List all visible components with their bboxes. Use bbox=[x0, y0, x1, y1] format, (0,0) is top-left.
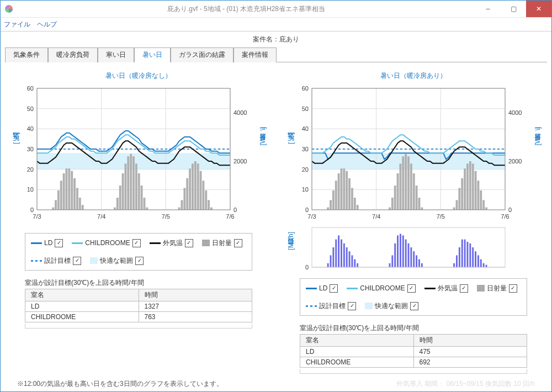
content: 暑い日（暖冷房なし） 01020304050600200040007/37/47… bbox=[1, 62, 551, 391]
svg-text:0: 0 bbox=[508, 206, 512, 213]
svg-rect-140 bbox=[343, 243, 345, 267]
svg-rect-170 bbox=[483, 263, 485, 267]
svg-rect-35 bbox=[76, 188, 78, 210]
checkbox[interactable]: ✓ bbox=[73, 257, 81, 265]
svg-text:0: 0 bbox=[233, 206, 237, 213]
svg-rect-137 bbox=[335, 240, 337, 267]
tab-3[interactable]: 暑い日 bbox=[134, 47, 171, 62]
svg-rect-149 bbox=[397, 235, 399, 267]
svg-rect-126 bbox=[477, 181, 479, 210]
svg-rect-31 bbox=[66, 168, 68, 210]
svg-rect-171 bbox=[486, 265, 487, 267]
svg-text:4000: 4000 bbox=[508, 109, 522, 116]
footer-vent: 外気導入 期間： 06/15~09/15 換気回数 10 回/h bbox=[396, 379, 535, 389]
svg-rect-61 bbox=[205, 190, 207, 210]
menu-help[interactable]: ヘルプ bbox=[37, 20, 57, 29]
svg-rect-27 bbox=[55, 200, 57, 210]
legend-left: LD ✓CHILDROOME ✓外気温 ✓日射量 ✓設計目標 ✓快適な範囲 ✓ bbox=[25, 233, 252, 271]
svg-rect-26 bbox=[52, 208, 54, 210]
checkbox[interactable]: ✓ bbox=[185, 239, 193, 247]
svg-rect-136 bbox=[332, 247, 334, 267]
table-left: 室名時間LD1327CHILDROOME763 bbox=[25, 289, 252, 322]
menu-file[interactable]: ファイル bbox=[4, 20, 30, 29]
svg-rect-32 bbox=[68, 168, 70, 210]
checkbox[interactable]: ✓ bbox=[132, 239, 141, 247]
minimize-button[interactable]: – bbox=[475, 1, 501, 17]
svg-text:60: 60 bbox=[302, 85, 309, 92]
svg-rect-167 bbox=[475, 251, 476, 267]
svg-rect-94 bbox=[332, 190, 335, 210]
tab-bar: 気象条件暖冷房負荷寒い日暑い日ガラス面の結露案件情報 bbox=[5, 47, 547, 62]
svg-rect-42 bbox=[124, 163, 126, 210]
svg-text:10: 10 bbox=[27, 186, 34, 193]
svg-rect-97 bbox=[341, 168, 343, 210]
svg-rect-29 bbox=[60, 181, 62, 210]
svg-rect-63 bbox=[210, 208, 213, 210]
svg-rect-118 bbox=[456, 200, 458, 210]
svg-text:7/3: 7/3 bbox=[307, 213, 316, 220]
tab-0[interactable]: 気象条件 bbox=[5, 47, 48, 62]
svg-rect-44 bbox=[130, 154, 132, 210]
svg-rect-37 bbox=[82, 205, 84, 210]
svg-rect-163 bbox=[464, 240, 466, 267]
svg-text:4000: 4000 bbox=[233, 109, 247, 116]
svg-rect-53 bbox=[183, 188, 185, 210]
app-icon bbox=[5, 5, 13, 13]
checkbox[interactable]: ✓ bbox=[348, 302, 356, 310]
checkbox[interactable]: ✓ bbox=[330, 284, 338, 293]
svg-text:7/4: 7/4 bbox=[372, 213, 380, 220]
close-button[interactable]: ✕ bbox=[526, 1, 551, 17]
svg-rect-153 bbox=[408, 243, 410, 267]
table-left-scroll[interactable] bbox=[25, 324, 252, 329]
svg-rect-52 bbox=[181, 200, 183, 210]
svg-rect-112 bbox=[410, 163, 412, 210]
checkbox[interactable]: ✓ bbox=[135, 257, 144, 265]
svg-rect-121 bbox=[464, 168, 466, 210]
app-window: 庇あり.gvf - 5地域 - (01) 木造充填H28省エネ基準相当 – ▢ … bbox=[0, 0, 552, 392]
chart-right: 01020304050600200040007/37/47/57/6気温[℃]日… bbox=[284, 83, 543, 224]
svg-rect-105 bbox=[391, 198, 394, 210]
svg-rect-145 bbox=[357, 263, 358, 267]
svg-rect-36 bbox=[79, 198, 81, 210]
load-chart: 0負荷[MJ/h] bbox=[284, 225, 543, 269]
svg-rect-143 bbox=[351, 255, 353, 267]
checkbox[interactable]: ✓ bbox=[234, 239, 242, 247]
svg-text:60: 60 bbox=[27, 85, 34, 92]
maximize-button[interactable]: ▢ bbox=[501, 1, 526, 17]
checkbox[interactable]: ✓ bbox=[410, 302, 418, 310]
svg-rect-110 bbox=[405, 154, 407, 210]
svg-rect-169 bbox=[480, 259, 482, 267]
chart-left: 01020304050600200040007/37/47/57/6気温[℃]日… bbox=[9, 83, 268, 224]
svg-rect-154 bbox=[410, 247, 412, 267]
svg-rect-54 bbox=[186, 178, 188, 210]
svg-rect-34 bbox=[73, 178, 76, 210]
svg-rect-134 bbox=[327, 263, 329, 267]
checkbox[interactable]: ✓ bbox=[407, 284, 416, 293]
tab-5[interactable]: 案件情報 bbox=[233, 47, 277, 62]
table-caption-left: 室温が設計目標(30℃)を上回る時間/年間 bbox=[25, 278, 252, 288]
table-right: 室名時間LD475CHILDROOME692 bbox=[300, 334, 527, 368]
svg-rect-155 bbox=[413, 251, 415, 267]
checkbox[interactable]: ✓ bbox=[55, 239, 63, 247]
svg-rect-47 bbox=[138, 173, 140, 210]
svg-rect-104 bbox=[389, 208, 391, 210]
footer-note: ※12:00の気温が最も高い日を含む3日間のグラフを表示しています。 bbox=[17, 379, 223, 389]
svg-rect-124 bbox=[472, 163, 474, 210]
svg-rect-50 bbox=[146, 208, 148, 210]
svg-rect-128 bbox=[482, 200, 485, 210]
svg-text:0: 0 bbox=[305, 206, 309, 213]
legend-right: LD ✓CHILDROOME ✓外気温 ✓日射量 ✓設計目標 ✓快適な範囲 ✓ bbox=[300, 278, 527, 316]
table-right-scroll[interactable] bbox=[300, 369, 527, 374]
svg-rect-138 bbox=[338, 235, 339, 267]
svg-rect-51 bbox=[178, 208, 181, 210]
checkbox[interactable]: ✓ bbox=[509, 284, 517, 293]
svg-rect-100 bbox=[348, 178, 351, 210]
tab-4[interactable]: ガラス面の結露 bbox=[171, 47, 233, 62]
tab-1[interactable]: 暖冷房負荷 bbox=[48, 47, 98, 62]
svg-text:20: 20 bbox=[27, 166, 34, 173]
left-panel: 暑い日（暖冷房なし） 01020304050600200040007/37/47… bbox=[9, 67, 268, 375]
tab-2[interactable]: 寒い日 bbox=[98, 47, 134, 62]
svg-text:20: 20 bbox=[302, 166, 309, 173]
checkbox[interactable]: ✓ bbox=[460, 284, 468, 293]
svg-rect-102 bbox=[354, 198, 356, 210]
